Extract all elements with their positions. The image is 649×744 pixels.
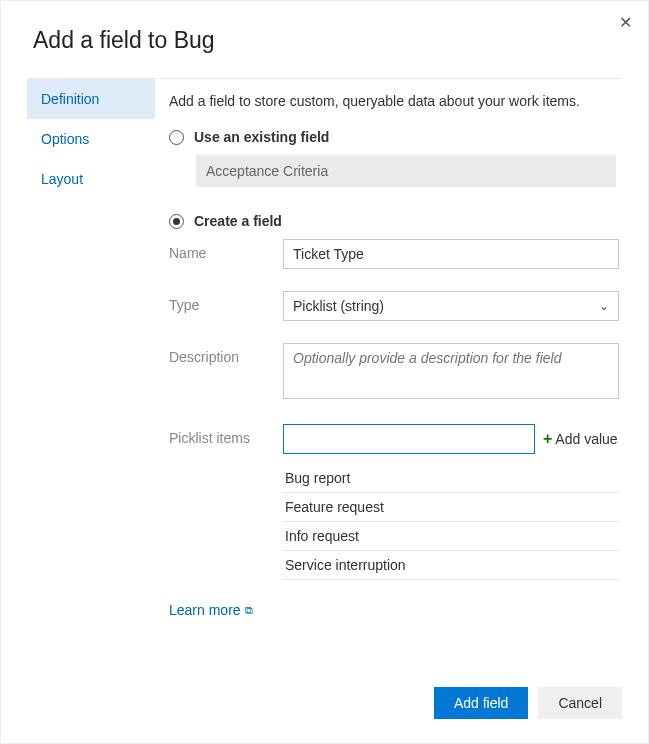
list-item[interactable]: Service interruption [283, 551, 619, 580]
cancel-button[interactable]: Cancel [538, 687, 622, 719]
sidebar: Definition Options Layout [27, 79, 155, 618]
existing-field-select[interactable]: Acceptance Criteria [196, 155, 616, 187]
list-item[interactable]: Bug report [283, 464, 619, 493]
type-select[interactable]: Picklist (string) ⌄ [283, 291, 619, 321]
close-icon[interactable]: ✕ [615, 9, 636, 36]
learn-more-label: Learn more [169, 602, 241, 618]
radio-create-field[interactable] [169, 214, 184, 229]
pane-description: Add a field to store custom, queryable d… [169, 79, 622, 129]
dialog-title: Add a field to Bug [1, 1, 648, 78]
add-value-button[interactable]: + Add value [543, 430, 618, 448]
tab-options[interactable]: Options [27, 119, 155, 159]
type-label: Type [169, 291, 283, 321]
tab-layout[interactable]: Layout [27, 159, 155, 199]
picklist-input[interactable] [283, 424, 535, 454]
learn-more-link[interactable]: Learn more ⧉ [169, 602, 253, 618]
add-field-button[interactable]: Add field [434, 687, 528, 719]
radio-use-existing[interactable] [169, 130, 184, 145]
plus-icon: + [543, 430, 552, 448]
use-existing-label: Use an existing field [194, 129, 329, 145]
create-field-label: Create a field [194, 213, 282, 229]
external-link-icon: ⧉ [245, 604, 253, 617]
add-value-label: Add value [555, 431, 617, 447]
chevron-down-icon: ⌄ [599, 299, 609, 313]
name-input[interactable] [283, 239, 619, 269]
list-item[interactable]: Feature request [283, 493, 619, 522]
picklist-label: Picklist items [169, 424, 283, 580]
description-label: Description [169, 343, 283, 402]
picklist-items: Bug report Feature request Info request … [283, 464, 619, 580]
type-value: Picklist (string) [293, 298, 384, 314]
list-item[interactable]: Info request [283, 522, 619, 551]
dialog-footer: Add field Cancel [434, 687, 622, 719]
description-input[interactable] [283, 343, 619, 399]
name-label: Name [169, 239, 283, 269]
tab-definition[interactable]: Definition [27, 79, 155, 119]
content-pane: Add a field to store custom, queryable d… [155, 79, 622, 618]
